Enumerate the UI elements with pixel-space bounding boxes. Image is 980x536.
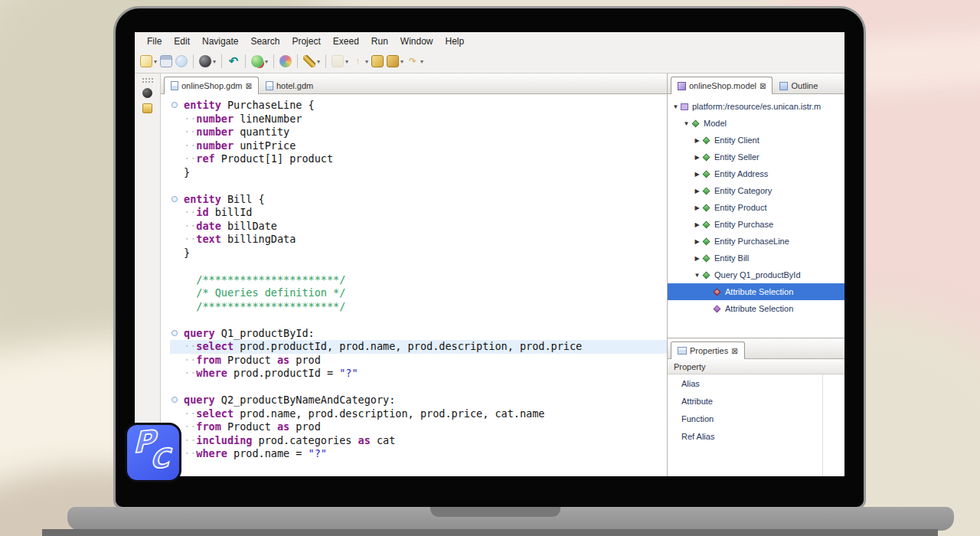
back-history-button[interactable]: ↷▾ <box>406 54 424 68</box>
tree-item[interactable]: ▼Model <box>668 115 844 132</box>
tree-item[interactable]: ▶Entity Client <box>668 132 844 149</box>
code-token: lineNumber <box>234 113 302 125</box>
properties-view: Properties ⊠ Property AliasAttributeFunc… <box>668 338 844 476</box>
code-token: from <box>196 420 221 433</box>
toolbar-separator <box>193 54 194 68</box>
run-external-tool-icon <box>251 55 263 67</box>
menu-run[interactable]: Run <box>365 36 394 47</box>
code-line: entity PurchaseLine { <box>170 99 667 113</box>
code-token: as <box>277 420 289 433</box>
tree-arrow-icon[interactable]: ▶ <box>692 204 702 211</box>
tree-arrow-icon[interactable]: ▶ <box>692 171 702 178</box>
property-row[interactable]: Attribute <box>668 392 844 410</box>
tree-node-label: Entity Product <box>714 203 766 212</box>
tree-arrow-icon[interactable]: ▶ <box>692 154 702 161</box>
dropdown-chevron-icon[interactable]: ▾ <box>317 58 320 65</box>
toolbar: ▾▾↶▾▾▾↑▾▾↷▾ <box>135 50 844 74</box>
search-wand-button[interactable]: ▾ <box>302 54 321 68</box>
tree-arrow-icon[interactable]: ▶ <box>692 221 702 228</box>
editor-tab-hotel-gdm[interactable]: hotel.gdm <box>259 77 320 94</box>
code-token: number <box>196 113 234 125</box>
dropdown-chevron-icon[interactable]: ▾ <box>345 58 348 65</box>
tab-label: onlineShop.gdm <box>181 81 243 90</box>
workbench-area: onlineShop.gdm⊠hotel.gdm entity Purchase… <box>135 74 844 476</box>
save-button[interactable] <box>159 54 173 68</box>
tree-arrow-icon[interactable]: ▼ <box>692 272 702 279</box>
tree-item[interactable]: ▶Entity Bill <box>668 250 844 266</box>
tree-item[interactable]: ▶Entity Purchase <box>668 216 844 233</box>
tree-item[interactable]: ▶Entity PurchaseLine <box>668 233 844 250</box>
tree-arrow-icon[interactable]: ▶ <box>692 238 702 245</box>
next-annotation-button[interactable] <box>371 54 384 68</box>
code-line: ··number unitPrice <box>170 139 667 153</box>
fold-marker-icon[interactable] <box>172 330 178 336</box>
outline-file-icon <box>779 82 788 90</box>
save-all-icon <box>175 55 188 67</box>
tree-node-label: Entity Client <box>714 136 760 145</box>
tree-item[interactable]: ▼Query Q1_productById <box>668 266 844 283</box>
menu-window[interactable]: Window <box>394 36 439 47</box>
menu-exeed[interactable]: Exeed <box>327 36 365 47</box>
run-external-tool-button[interactable]: ▾ <box>250 54 269 68</box>
fold-marker-icon[interactable] <box>172 196 178 202</box>
dropdown-chevron-icon[interactable]: ▾ <box>365 58 368 65</box>
property-row[interactable]: Function <box>668 410 844 427</box>
tree-item[interactable]: ▶Entity Seller <box>668 149 844 165</box>
previous-annotation-button[interactable]: ▾ <box>386 54 404 68</box>
dropdown-chevron-icon[interactable]: ▾ <box>265 58 268 65</box>
tab-close-icon[interactable]: ⊠ <box>246 82 252 90</box>
toolbar-separator <box>245 54 246 68</box>
code-token: ·· <box>184 434 196 446</box>
property-row[interactable]: Ref Alias <box>668 427 844 445</box>
property-row[interactable]: Alias <box>668 374 844 392</box>
dropdown-chevron-icon[interactable]: ▾ <box>420 58 423 65</box>
fold-marker-icon[interactable] <box>172 397 178 403</box>
tree-arrow-icon[interactable]: ▼ <box>671 103 681 110</box>
tree-item[interactable]: Attribute Selection <box>668 283 844 300</box>
dropdown-chevron-icon[interactable]: ▾ <box>400 58 403 65</box>
code-token: prod <box>289 420 321 433</box>
new-wizard-button[interactable]: ▾ <box>139 54 158 68</box>
tree-item[interactable]: ▶Entity Product <box>668 199 844 216</box>
tree-item[interactable]: ▶Entity Address <box>668 165 844 182</box>
last-edit-location-button[interactable]: ▾ <box>331 54 349 68</box>
code-line: ··where prod.name = "?" <box>170 447 667 461</box>
outline-tab-onlineshop-model[interactable]: onlineShop.model⊠ <box>671 77 773 94</box>
debug-icon <box>199 55 211 67</box>
dropdown-chevron-icon[interactable]: ▾ <box>213 58 216 65</box>
tree-arrow-icon[interactable]: ▶ <box>692 255 702 262</box>
outline-tree: ▼platform:/resource/es.unican.istr.m▼Mod… <box>668 94 844 338</box>
menu-project[interactable]: Project <box>286 36 326 47</box>
menu-file[interactable]: File <box>141 36 168 47</box>
code-area[interactable]: entity PurchaseLine {··number lineNumber… <box>161 94 667 476</box>
editor-tab-onlineshop-gdm[interactable]: onlineShop.gdm⊠ <box>164 77 259 94</box>
code-token: "?" <box>309 447 327 459</box>
previous-annotation-icon <box>387 55 399 67</box>
dropdown-chevron-icon[interactable]: ▾ <box>154 58 157 65</box>
code-line <box>170 260 667 273</box>
code-token: ·· <box>184 407 196 420</box>
tree-item[interactable]: Attribute Selection <box>668 300 844 317</box>
fold-marker-icon[interactable] <box>172 102 178 108</box>
menu-edit[interactable]: Edit <box>168 36 196 47</box>
tree-arrow-icon[interactable]: ▶ <box>692 137 702 144</box>
undo-button[interactable]: ↶ <box>227 54 240 68</box>
menu-help[interactable]: Help <box>439 36 471 47</box>
menu-search[interactable]: Search <box>244 36 286 47</box>
print-icon[interactable] <box>142 103 152 113</box>
save-all-button[interactable] <box>175 54 188 68</box>
go-up-button[interactable]: ↑▾ <box>351 54 369 68</box>
tree-item[interactable]: ▼platform:/resource/es.unican.istr.m <box>668 98 844 115</box>
tab-close-icon[interactable]: ⊠ <box>731 347 737 355</box>
tree-arrow-icon[interactable]: ▶ <box>692 188 702 194</box>
outline-tab-outline[interactable]: Outline <box>773 77 825 94</box>
code-token: Product <box>221 420 277 433</box>
tab-close-icon[interactable]: ⊠ <box>760 82 766 90</box>
tree-arrow-icon[interactable]: ▼ <box>681 120 691 127</box>
properties-tab[interactable]: Properties ⊠ <box>671 342 745 359</box>
menu-navigate[interactable]: Navigate <box>196 36 244 47</box>
open-type-button[interactable] <box>279 54 292 68</box>
console-icon[interactable] <box>142 88 152 98</box>
debug-button[interactable]: ▾ <box>198 54 217 68</box>
tree-item[interactable]: ▶Entity Category <box>668 182 844 199</box>
